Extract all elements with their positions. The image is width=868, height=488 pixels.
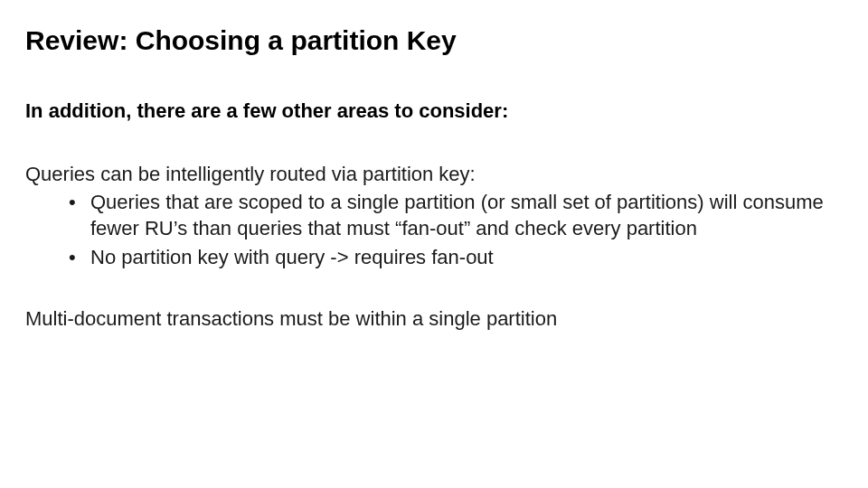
list-item: No partition key with query -> requires … [69,245,843,271]
subhead-text: Queries can be intelligently routed via … [25,163,843,186]
intro-text: In addition, there are a few other areas… [25,99,843,123]
bullet-list: Queries that are scoped to a single part… [69,190,843,271]
closing-text: Multi-document transactions must be with… [25,307,843,331]
list-item: Queries that are scoped to a single part… [69,190,843,241]
slide-title: Review: Choosing a partition Key [25,25,843,56]
slide-container: Review: Choosing a partition Key In addi… [0,0,868,488]
